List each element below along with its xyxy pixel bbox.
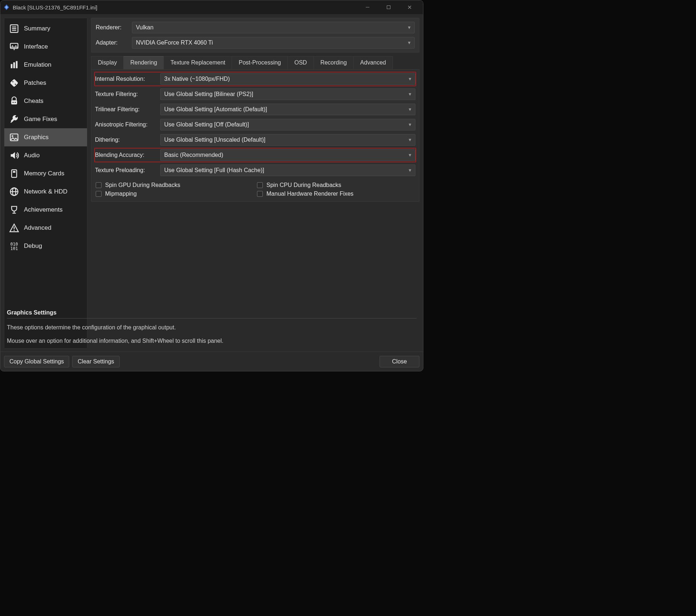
adapter-label: Adapter: bbox=[96, 39, 128, 46]
sidebar-item-label: Emulation bbox=[24, 61, 51, 68]
tab-recording[interactable]: Recording bbox=[314, 56, 354, 69]
cheats-icon bbox=[9, 96, 20, 107]
internal-resolution-select[interactable]: 3x Native (~1080px/FHD) ▼ bbox=[160, 73, 415, 85]
row-anisotropic-filtering: Anisotropic Filtering: Use Global Settin… bbox=[94, 117, 416, 132]
internal-resolution-label: Internal Resolution: bbox=[95, 76, 157, 82]
chk-spin-gpu[interactable]: Spin GPU During Readbacks bbox=[96, 182, 253, 188]
texture-preloading-select[interactable]: Use Global Setting [Full (Hash Cache)] ▼ bbox=[160, 165, 415, 176]
network-icon bbox=[9, 186, 20, 197]
help-panel: Graphics Settings These options determin… bbox=[4, 307, 419, 351]
checkbox-icon bbox=[96, 182, 102, 188]
chevron-down-icon: ▼ bbox=[407, 40, 411, 45]
svg-rect-17 bbox=[16, 61, 18, 68]
help-line1: These options determine the configuratio… bbox=[7, 324, 417, 332]
titlebar: Black [SLUS-21376_5C891FF1.ini] bbox=[0, 0, 423, 14]
help-title: Graphics Settings bbox=[7, 309, 417, 319]
trilinear-filtering-select[interactable]: Use Global Setting [Automatic (Default)]… bbox=[160, 104, 415, 115]
bottom-bar: Copy Global Settings Clear Settings Clos… bbox=[0, 351, 423, 371]
row-texture-preloading: Texture Preloading: Use Global Setting [… bbox=[94, 163, 416, 178]
sidebar-item-summary[interactable]: Summary bbox=[4, 20, 87, 38]
sidebar-item-debug[interactable]: 010101 Debug bbox=[4, 237, 87, 255]
chevron-down-icon: ▼ bbox=[408, 153, 412, 158]
chk-spin-cpu[interactable]: Spin CPU During Readbacks bbox=[257, 182, 415, 188]
tab-rendering[interactable]: Rendering bbox=[123, 56, 164, 69]
sidebar-item-audio[interactable]: Audio bbox=[4, 146, 87, 165]
sidebar-item-label: Graphics bbox=[24, 134, 49, 141]
maximize-button[interactable] bbox=[378, 0, 399, 14]
svg-rect-10 bbox=[11, 43, 18, 49]
svg-point-23 bbox=[14, 102, 16, 103]
sidebar-item-emulation[interactable]: Emulation bbox=[4, 56, 87, 74]
chevron-down-icon: ▼ bbox=[408, 76, 412, 82]
svg-point-11 bbox=[12, 45, 13, 47]
main-panel: Renderer: Vulkan ▼ Adapter: NVIDIA GeFor… bbox=[91, 18, 419, 349]
blending-accuracy-select[interactable]: Basic (Recommended) ▼ bbox=[160, 149, 415, 161]
anisotropic-filtering-select[interactable]: Use Global Setting [Off (Default)] ▼ bbox=[160, 119, 415, 130]
chk-mipmapping[interactable]: Mipmapping bbox=[96, 191, 253, 197]
emulation-icon bbox=[9, 59, 20, 70]
chevron-down-icon: ▼ bbox=[408, 137, 412, 142]
tab-advanced[interactable]: Advanced bbox=[353, 56, 393, 69]
anisotropic-filtering-label: Anisotropic Filtering: bbox=[95, 121, 157, 128]
sidebar-item-achievements[interactable]: Achievements bbox=[4, 201, 87, 219]
svg-point-22 bbox=[13, 102, 14, 103]
chk-manual-hw-fixes[interactable]: Manual Hardware Renderer Fixes bbox=[257, 191, 415, 197]
renderer-select[interactable]: Vulkan ▼ bbox=[132, 22, 415, 33]
close-button[interactable] bbox=[399, 0, 420, 14]
memorycards-icon bbox=[9, 168, 20, 179]
renderer-label: Renderer: bbox=[96, 24, 128, 31]
sidebar-item-label: Achievements bbox=[24, 206, 63, 213]
adapter-select[interactable]: NVIDIA GeForce RTX 4060 Ti ▼ bbox=[132, 37, 415, 49]
row-internal-resolution: Internal Resolution: 3x Native (~1080px/… bbox=[94, 72, 416, 86]
sidebar-item-graphics[interactable]: Graphics bbox=[4, 128, 87, 146]
window-title: Black [SLUS-21376_5C891FF1.ini] bbox=[13, 4, 97, 11]
sidebar-item-label: Network & HDD bbox=[24, 188, 67, 195]
row-texture-filtering: Texture Filtering: Use Global Setting [B… bbox=[94, 87, 416, 101]
chevron-down-icon: ▼ bbox=[408, 168, 412, 173]
tab-post-processing[interactable]: Post-Processing bbox=[232, 56, 288, 69]
dithering-select[interactable]: Use Global Setting [Unscaled (Default)] … bbox=[160, 134, 415, 146]
adapter-value: NVIDIA GeForce RTX 4060 Ti bbox=[136, 39, 213, 46]
checkbox-icon bbox=[257, 191, 263, 197]
svg-rect-3 bbox=[387, 6, 390, 9]
summary-icon bbox=[9, 23, 20, 34]
sidebar-item-cheats[interactable]: Cheats bbox=[4, 92, 87, 110]
close-button-bottom[interactable]: Close bbox=[380, 356, 419, 367]
sidebar-item-label: Interface bbox=[24, 43, 48, 50]
svg-point-20 bbox=[15, 84, 16, 85]
sidebar-item-advanced[interactable]: Advanced bbox=[4, 219, 87, 237]
tab-texture-replacement[interactable]: Texture Replacement bbox=[163, 56, 232, 69]
svg-point-26 bbox=[12, 135, 13, 137]
svg-rect-18 bbox=[10, 79, 18, 87]
minimize-button[interactable] bbox=[357, 0, 378, 14]
svg-rect-2 bbox=[366, 7, 369, 8]
graphics-tabs: Display Rendering Texture Replacement Po… bbox=[91, 56, 419, 70]
svg-rect-15 bbox=[11, 64, 13, 68]
sidebar-item-network[interactable]: Network & HDD bbox=[4, 183, 87, 201]
texture-filtering-select[interactable]: Use Global Setting [Bilinear (PS2)] ▼ bbox=[160, 88, 415, 100]
row-blending-accuracy: Blending Accuracy: Basic (Recommended) ▼ bbox=[94, 148, 416, 162]
patches-icon bbox=[9, 78, 20, 88]
sidebar-item-memorycards[interactable]: Memory Cards bbox=[4, 165, 87, 183]
sidebar-item-patches[interactable]: Patches bbox=[4, 74, 87, 92]
dithering-label: Dithering: bbox=[95, 137, 157, 143]
svg-rect-28 bbox=[13, 171, 16, 173]
svg-point-12 bbox=[15, 45, 17, 47]
copy-global-settings-button[interactable]: Copy Global Settings bbox=[4, 356, 69, 367]
svg-point-35 bbox=[14, 230, 15, 231]
sidebar-item-interface[interactable]: Interface bbox=[4, 38, 87, 56]
checkbox-icon bbox=[257, 182, 263, 188]
row-dithering: Dithering: Use Global Setting [Unscaled … bbox=[94, 133, 416, 147]
sidebar-item-label: Audio bbox=[24, 152, 40, 159]
sidebar-item-label: Summary bbox=[24, 25, 50, 32]
tab-display[interactable]: Display bbox=[91, 56, 124, 69]
chevron-down-icon: ▼ bbox=[408, 122, 412, 127]
sidebar-item-gamefixes[interactable]: Game Fixes bbox=[4, 110, 87, 128]
rendering-checkboxes: Spin GPU During Readbacks Spin CPU Durin… bbox=[94, 182, 416, 197]
clear-settings-button[interactable]: Clear Settings bbox=[72, 356, 120, 367]
sidebar-item-label: Cheats bbox=[24, 97, 44, 105]
rendering-panel: Internal Resolution: 3x Native (~1080px/… bbox=[91, 70, 419, 202]
achievements-icon bbox=[9, 204, 20, 215]
chevron-down-icon: ▼ bbox=[408, 107, 412, 112]
tab-osd[interactable]: OSD bbox=[287, 56, 314, 69]
